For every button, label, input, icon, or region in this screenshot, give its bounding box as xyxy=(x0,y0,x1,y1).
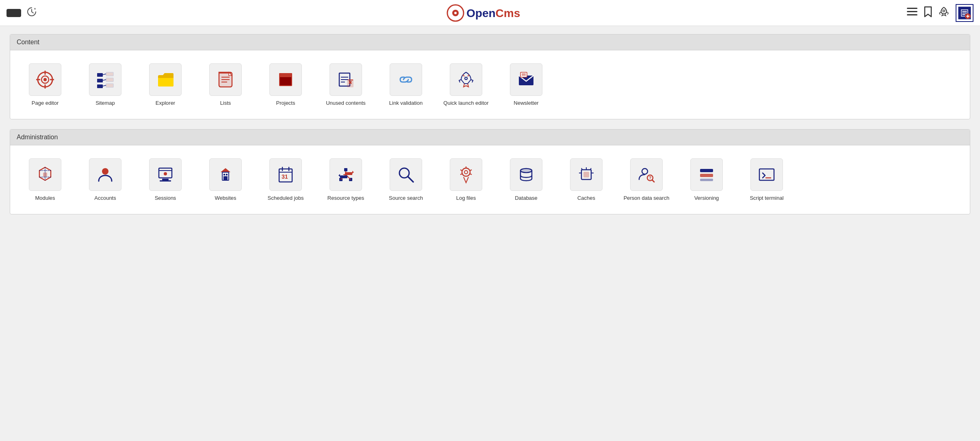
rocket-button[interactable] xyxy=(939,6,949,19)
app-tile-page-editor[interactable]: Page editor xyxy=(17,58,74,111)
bookmark-button[interactable] xyxy=(924,6,932,20)
app-label-websites: Websites xyxy=(215,195,236,201)
app-label-scheduled-jobs: Scheduled jobs xyxy=(268,195,304,201)
app-tile-script-terminal[interactable]: Script terminal xyxy=(738,153,795,206)
app-label-source-search: Source search xyxy=(389,195,423,201)
app-tile-resource-types[interactable]: Resource types xyxy=(317,153,374,206)
svg-rect-6 xyxy=(907,14,917,15)
accounts-icon xyxy=(89,158,121,191)
app-label-quick-launch-editor: Quick launch editor xyxy=(443,100,488,106)
section-content: Content Page editor Sitemap xyxy=(10,34,970,119)
svg-text:31: 31 xyxy=(282,173,288,180)
svg-point-2 xyxy=(454,12,457,14)
app-tile-explorer[interactable]: Explorer xyxy=(137,58,194,111)
app-tile-sitemap[interactable]: Sitemap xyxy=(77,58,134,111)
section-header-administration: Administration xyxy=(10,130,970,145)
modules-icon xyxy=(29,158,61,191)
app-label-versioning: Versioning xyxy=(694,195,719,201)
header-right xyxy=(907,4,973,22)
svg-rect-4 xyxy=(907,8,917,9)
header-left xyxy=(7,6,37,20)
app-label-newsletter: Newsletter xyxy=(514,100,538,106)
app-label-database: Database xyxy=(515,195,538,201)
svg-point-83 xyxy=(642,169,648,174)
user-settings-icon xyxy=(958,6,971,19)
app-tile-caches[interactable]: Caches xyxy=(558,153,615,206)
user-settings-button[interactable] xyxy=(956,4,973,22)
svg-rect-18 xyxy=(97,79,103,82)
svg-rect-88 xyxy=(700,174,713,177)
app-tile-scheduled-jobs[interactable]: 31 Scheduled jobs xyxy=(257,153,314,206)
app-tile-database[interactable]: Database xyxy=(498,153,555,206)
app-tile-log-files[interactable]: Log files xyxy=(438,153,494,206)
app-label-lists: Lists xyxy=(220,100,231,106)
app-tile-versioning[interactable]: Versioning xyxy=(678,153,735,206)
caches-icon xyxy=(570,158,603,191)
resource-types-icon xyxy=(330,158,362,191)
svg-line-85 xyxy=(652,180,654,182)
svg-rect-49 xyxy=(162,179,169,180)
svg-point-39 xyxy=(465,77,467,80)
source-search-icon xyxy=(390,158,422,191)
svg-point-12 xyxy=(43,78,47,81)
svg-line-23 xyxy=(103,74,106,75)
app-tile-projects[interactable]: Projects xyxy=(257,58,314,111)
svg-rect-5 xyxy=(907,11,917,12)
menu-button[interactable] xyxy=(907,8,917,18)
app-tile-modules[interactable]: Modules xyxy=(17,153,74,206)
app-tile-source-search[interactable]: Source search xyxy=(377,153,434,206)
svg-line-24 xyxy=(103,80,106,80)
svg-rect-22 xyxy=(106,84,113,87)
svg-line-72 xyxy=(460,170,462,171)
projects-icon xyxy=(269,63,302,96)
section-body-content: Page editor Sitemap Explorer xyxy=(10,50,970,119)
menu-icon xyxy=(907,8,917,16)
app-tile-newsletter[interactable]: Newsletter xyxy=(498,58,555,111)
svg-rect-21 xyxy=(106,78,113,82)
launchpad-button[interactable] xyxy=(7,9,21,17)
person-data-search-icon: ? xyxy=(630,158,663,191)
history-icon xyxy=(26,6,37,17)
svg-point-68 xyxy=(464,171,468,174)
svg-line-70 xyxy=(470,170,472,171)
app-tile-websites[interactable]: Websites xyxy=(197,153,254,206)
unused-contents-icon xyxy=(330,63,362,96)
app-tile-unused-contents[interactable]: Unused contents xyxy=(317,58,374,111)
section-body-administration: Modules Accounts Sessions Websites xyxy=(10,145,970,214)
svg-text:?: ? xyxy=(649,176,651,180)
app-label-accounts: Accounts xyxy=(94,195,116,201)
app-label-caches: Caches xyxy=(577,195,595,201)
log-files-icon xyxy=(450,158,482,191)
app-label-sessions: Sessions xyxy=(155,195,176,201)
svg-point-67 xyxy=(462,168,470,176)
history-button[interactable] xyxy=(26,6,37,20)
svg-rect-31 xyxy=(279,73,292,77)
app-label-projects: Projects xyxy=(276,100,295,106)
svg-rect-20 xyxy=(106,72,113,76)
svg-line-71 xyxy=(470,174,472,175)
svg-rect-36 xyxy=(347,80,353,87)
svg-rect-60 xyxy=(344,168,347,171)
app-tile-person-data-search[interactable]: ? Person data search xyxy=(618,153,675,206)
page-editor-icon xyxy=(29,63,61,96)
app-tile-link-validation[interactable]: Link validation xyxy=(377,58,434,111)
app-label-explorer: Explorer xyxy=(156,100,175,106)
app-label-log-files: Log files xyxy=(456,195,476,201)
svg-line-66 xyxy=(408,177,413,182)
app-label-script-terminal: Script terminal xyxy=(750,195,783,201)
app-tile-lists[interactable]: Lists xyxy=(197,58,254,111)
header: OpenCms xyxy=(0,0,980,26)
svg-rect-17 xyxy=(97,73,103,77)
svg-point-7 xyxy=(943,10,945,12)
websites-icon xyxy=(209,158,242,191)
app-tile-sessions[interactable]: Sessions xyxy=(137,153,194,206)
svg-rect-53 xyxy=(226,174,228,175)
svg-rect-87 xyxy=(700,169,713,172)
svg-rect-41 xyxy=(520,72,527,77)
app-tile-quick-launch-editor[interactable]: Quick launch editor xyxy=(438,58,494,111)
svg-point-45 xyxy=(102,168,108,175)
svg-rect-89 xyxy=(700,179,713,181)
app-tile-accounts[interactable]: Accounts xyxy=(77,153,134,206)
quick-launch-editor-icon xyxy=(450,63,482,96)
svg-rect-44 xyxy=(43,173,47,177)
